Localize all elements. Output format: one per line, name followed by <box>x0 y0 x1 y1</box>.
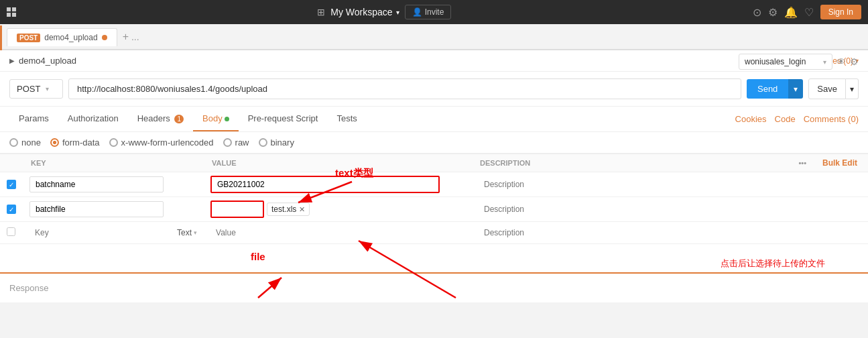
env-gear-icon[interactable]: ⚙ <box>850 56 859 67</box>
tab-authorization[interactable]: Authorization <box>58 107 128 131</box>
tab-bar: POST demo4_upload + ... <box>0 24 868 50</box>
heart-icon[interactable]: ♡ <box>804 6 814 19</box>
save-button-group: Save ▾ <box>808 78 859 99</box>
post-badge: POST <box>17 34 40 42</box>
table-row: test.xls ✕ <box>0 197 868 222</box>
col-more: ••• <box>788 154 814 172</box>
col-checkbox <box>0 154 23 172</box>
cookies-link[interactable]: Cookies <box>735 114 767 124</box>
workspace-chevron-icon: ▾ <box>396 9 399 16</box>
file-remove-button[interactable]: ✕ <box>299 205 305 214</box>
comments-link[interactable]: Comments (0) <box>804 114 859 124</box>
send-button-group: Send ▾ <box>747 79 803 99</box>
env-eye-icon[interactable]: 👁 <box>836 56 846 67</box>
table-row <box>0 172 868 197</box>
tab-modified-dot <box>102 35 107 40</box>
option-binary[interactable]: binary <box>259 137 294 148</box>
row2-desc-cell <box>472 197 788 222</box>
nav-left <box>7 7 16 17</box>
send-dropdown-button[interactable]: ▾ <box>788 79 803 99</box>
tab-more-button[interactable]: ... <box>131 32 139 42</box>
col-bulk: Bulk Edit <box>814 154 868 172</box>
type-dropdown[interactable]: Text ▾ <box>177 228 197 237</box>
radio-binary <box>259 138 267 147</box>
row1-checkbox[interactable] <box>7 180 16 189</box>
option-urlencoded[interactable]: x-www-form-urlencoded <box>109 137 214 148</box>
collapse-arrow-icon[interactable]: ▶ <box>9 57 15 64</box>
body-options: none form-data x-www-form-urlencoded raw… <box>0 132 868 154</box>
row1-desc-input[interactable] <box>479 177 781 192</box>
row1-desc-cell <box>472 172 788 197</box>
save-dropdown-button[interactable]: ▾ <box>846 78 859 99</box>
row2-checkbox[interactable] <box>7 205 16 214</box>
workspace-label: My Workspace <box>330 7 392 17</box>
new-row-key-cell <box>23 222 170 244</box>
new-row-value-input[interactable] <box>210 225 414 240</box>
row2-key-input[interactable] <box>29 201 164 217</box>
tab-body[interactable]: Body <box>193 107 239 131</box>
settings-icon[interactable]: ⚙ <box>768 6 778 19</box>
body-table-wrapper: KEY VALUE DESCRIPTION ••• Bulk Edit <box>0 154 868 272</box>
method-label: POST <box>17 84 40 94</box>
send-button[interactable]: Send <box>747 79 788 99</box>
file-annotation-label: file <box>251 251 265 262</box>
row2-file-input[interactable] <box>210 201 264 218</box>
new-row-key-input[interactable] <box>29 225 137 240</box>
workspace-grid-icon: ⊞ <box>317 7 325 17</box>
tab-tests[interactable]: Tests <box>327 107 366 131</box>
row2-checkbox-cell <box>0 197 23 222</box>
response-label: Response <box>9 283 49 293</box>
dash-icon[interactable]: ⊙ <box>753 6 761 19</box>
invite-button[interactable]: 👤 Invite <box>405 5 452 19</box>
tab-headers[interactable]: Headers 1 <box>128 107 193 131</box>
file-name: test.xls <box>271 205 296 214</box>
url-row: POST ▾ Send ▾ Save ▾ <box>0 72 868 107</box>
nav-center: ⊞ My Workspace ▾ 👤 Invite <box>317 5 451 19</box>
new-row-checkbox[interactable] <box>7 227 15 236</box>
new-row-desc-cell <box>472 222 788 244</box>
row1-key-cell <box>23 172 170 197</box>
url-input[interactable] <box>68 78 741 99</box>
save-button[interactable]: Save <box>808 78 846 99</box>
nav-right: ⊙ ⚙ 🔔 ♡ Sign In <box>753 5 861 19</box>
new-row-desc-input[interactable] <box>479 225 781 240</box>
table-row-new: Text ▾ <box>0 222 868 244</box>
row2-desc-input[interactable] <box>479 202 781 217</box>
option-none[interactable]: none <box>9 137 41 148</box>
invite-label: Invite <box>425 7 444 17</box>
sign-in-button[interactable]: Sign In <box>820 5 861 19</box>
row2-value-cell: test.xls ✕ <box>204 197 472 222</box>
row1-checkbox-cell <box>0 172 23 197</box>
env-bar: woniusales_login ▾ 👁 ⚙ <box>729 50 868 74</box>
main-content: ▶ demo4_upload Examples (0) ▾ POST ▾ Sen… <box>0 50 868 302</box>
radio-form-data <box>50 138 59 147</box>
table-more-icon[interactable]: ••• <box>798 159 806 167</box>
code-link[interactable]: Code <box>775 114 796 124</box>
new-row-type-cell: Text ▾ <box>170 222 204 244</box>
col-key: KEY <box>23 154 170 172</box>
row1-value-input[interactable] <box>210 176 440 193</box>
env-select[interactable]: woniusales_login ▾ <box>739 54 832 70</box>
row1-type-cell <box>170 172 204 197</box>
method-selector[interactable]: POST ▾ <box>9 79 63 99</box>
row2-type-cell <box>170 197 204 222</box>
tab-pre-request[interactable]: Pre-request Script <box>239 107 328 131</box>
option-raw[interactable]: raw <box>223 137 249 148</box>
new-row-checkbox-cell <box>0 222 23 244</box>
tab-params[interactable]: Params <box>9 107 58 131</box>
radio-raw <box>223 138 232 147</box>
option-form-data[interactable]: form-data <box>50 137 100 148</box>
tab-name: demo4_upload <box>44 33 97 42</box>
notification-icon[interactable]: 🔔 <box>784 6 798 19</box>
env-selected-label: woniusales_login <box>745 57 806 66</box>
tab-demo4-upload[interactable]: POST demo4_upload <box>7 28 117 46</box>
new-tab-button[interactable]: + <box>123 31 129 43</box>
workspace-button[interactable]: My Workspace ▾ <box>330 7 399 17</box>
row1-key-input[interactable] <box>29 176 164 192</box>
body-active-dot <box>225 117 229 121</box>
request-name: demo4_upload <box>19 56 76 66</box>
bulk-edit-link[interactable]: Bulk Edit <box>822 158 857 168</box>
col-type <box>170 154 204 172</box>
row1-value-cell <box>204 172 472 197</box>
grid-icon[interactable] <box>7 7 16 17</box>
